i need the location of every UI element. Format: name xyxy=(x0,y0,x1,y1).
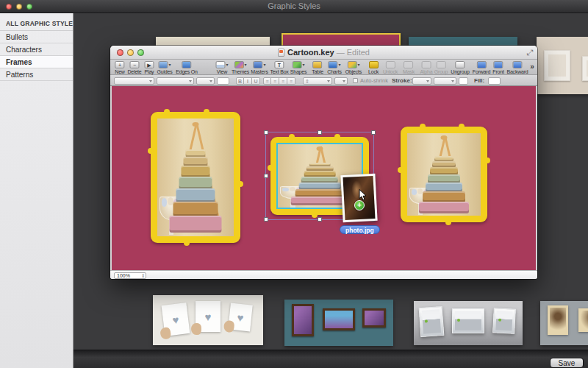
toolbar-button-edges-on[interactable]: Edges On xyxy=(176,60,198,74)
font-style-select[interactable] xyxy=(157,77,194,85)
bold-button[interactable]: B xyxy=(236,77,244,85)
toolbar-button-masters[interactable]: ▾ Masters xyxy=(251,60,268,74)
leather-framed-photo xyxy=(323,308,355,330)
toolbar-button-group[interactable]: Group xyxy=(434,60,448,74)
leather-framed-photo xyxy=(292,304,314,336)
ungroup-icon xyxy=(455,61,465,68)
view-icon xyxy=(215,61,225,68)
toolbar-button-lock[interactable]: Lock xyxy=(368,60,379,74)
ribbon-bow xyxy=(441,135,448,140)
sidebar-item-frames[interactable]: Frames xyxy=(0,56,73,68)
toolbar-button-view[interactable]: ▾ View xyxy=(215,60,228,74)
font-family-select[interactable] xyxy=(114,77,154,85)
font-size-combo[interactable] xyxy=(196,77,215,85)
paper-with-heart: ♥ xyxy=(196,301,220,332)
chevron-down-icon: ▾ xyxy=(263,62,265,67)
fill-color-well[interactable] xyxy=(488,77,501,85)
style-thumbnail-metallic[interactable] xyxy=(414,301,523,345)
document-edited-status: — Edited xyxy=(337,48,370,57)
toolbar-button-forward[interactable]: Forward xyxy=(473,60,490,74)
fullscreen-icon[interactable]: ⤢ xyxy=(526,48,533,57)
toolbar-button-new[interactable]: + New xyxy=(115,60,124,74)
unlock-icon xyxy=(385,61,395,68)
auto-shrink-checkbox[interactable] xyxy=(353,78,358,83)
group-icon xyxy=(437,61,446,68)
style-thumbnail-gallery-wall[interactable] xyxy=(537,37,588,94)
objects-icon xyxy=(347,61,356,68)
selection-handle[interactable] xyxy=(318,130,322,135)
toolbar-overflow-button[interactable]: » xyxy=(528,63,536,71)
document-title: Cartoon.key — Edited xyxy=(110,48,537,57)
stroke-color-well[interactable] xyxy=(459,77,468,85)
italic-button[interactable]: I xyxy=(244,77,252,85)
box-tower xyxy=(416,139,472,213)
text-color-well[interactable] xyxy=(217,77,229,85)
toolbar-button-objects[interactable]: ▾ Objects xyxy=(345,60,362,74)
backward-icon xyxy=(512,61,522,68)
keynote-titlebar[interactable]: Cartoon.key — Edited ⤢ xyxy=(110,46,537,60)
align-right-icon[interactable]: ≡ xyxy=(279,77,287,85)
sidebar-item-all-graphic-styles[interactable]: ALL GRAPHIC STYLES xyxy=(0,13,73,31)
play-icon: ▶ xyxy=(145,61,154,68)
toolbar-button-unlock[interactable]: Unlock xyxy=(383,60,398,74)
stroke-line-combo[interactable] xyxy=(434,77,456,85)
framed-photo-right[interactable] xyxy=(401,127,487,222)
cake-photo xyxy=(407,133,481,216)
sidebar-item-patterns[interactable]: Patterns xyxy=(0,68,73,81)
toolbar-button-themes[interactable]: ▾ Themes xyxy=(232,60,249,74)
heart-icon: ♥ xyxy=(237,311,245,324)
mouse-cursor-icon xyxy=(359,189,367,204)
toolbar-button-charts[interactable]: ▾ Charts xyxy=(327,60,341,74)
style-thumbnail-handheld[interactable]: ♥ ♥ ♥ xyxy=(153,295,263,345)
toolbar-button-shapes[interactable]: ▾ Shapes xyxy=(290,60,307,74)
toolbar-button-backward[interactable]: Backward xyxy=(506,60,528,74)
selection-handle[interactable] xyxy=(264,217,268,222)
edges-on-icon xyxy=(182,61,192,68)
toolbar-button-table[interactable]: Table xyxy=(312,60,323,74)
sidebar-item-bullets[interactable]: Bullets xyxy=(0,31,73,43)
align-center-icon[interactable]: ≡ xyxy=(271,77,279,85)
toolbar-button-play[interactable]: ▶ Play xyxy=(145,60,154,74)
frame-scallop-dot xyxy=(148,148,154,154)
toolbar-button-ungroup[interactable]: Ungroup xyxy=(451,60,469,74)
stepper-icon: ⇕ xyxy=(141,273,145,279)
zoom-level-control[interactable]: 100% ⇕ xyxy=(114,272,146,279)
stroke-style-select[interactable] xyxy=(412,77,431,85)
frame-scallop-dot xyxy=(334,134,340,140)
wrap-select[interactable] xyxy=(334,77,348,85)
metallic-framed-photo xyxy=(452,308,484,333)
frame-scallop-dot xyxy=(484,158,490,163)
toolbar-button-alpha[interactable]: Alpha xyxy=(420,60,433,74)
forward-icon xyxy=(477,61,487,68)
slide-canvas[interactable]: + photo.jpg xyxy=(112,86,536,272)
toolbar-button-delete[interactable]: − Delete xyxy=(127,60,141,74)
sidebar-item-characters[interactable]: Characters xyxy=(0,43,73,56)
toolbar-button-guides[interactable]: ▾ Guides xyxy=(157,60,173,74)
auto-shrink-label: Auto-shrink xyxy=(360,77,388,84)
drag-filename-badge: photo.jpg xyxy=(340,225,380,234)
underline-button[interactable]: U xyxy=(252,77,260,85)
frame-scallop-dot xyxy=(289,134,295,140)
frame-scallop-dot xyxy=(237,181,243,187)
overflow-chevron-icon: » xyxy=(528,63,536,71)
toolbar-button-front[interactable]: Front xyxy=(492,60,503,74)
selection-handle[interactable] xyxy=(264,130,268,135)
chevron-down-icon: ▾ xyxy=(357,62,359,67)
style-thumbnail-leather[interactable] xyxy=(284,300,393,346)
selection-handle[interactable] xyxy=(371,130,376,135)
framed-photo-left[interactable] xyxy=(151,112,240,243)
style-thumbnail-old-photo[interactable] xyxy=(540,301,588,345)
toolbar-button-text-box[interactable]: T Text Box xyxy=(270,60,288,74)
save-button[interactable]: Save xyxy=(550,358,584,368)
vertical-align-select[interactable]: ⇕ xyxy=(303,77,332,85)
app-titlebar: Graphic Styles xyxy=(0,0,588,13)
footer-bar: Save Open in Keynote xyxy=(74,350,588,368)
align-justify-icon[interactable]: ≡ xyxy=(287,77,295,85)
selection-handle[interactable] xyxy=(318,217,322,222)
frame-scallop-dot xyxy=(445,219,451,225)
align-left-icon[interactable]: ≡ xyxy=(263,77,271,85)
keynote-document-window: Cartoon.key — Edited ⤢ + New − Delete ▶ … xyxy=(110,46,537,279)
toolbar-button-mask[interactable]: Mask xyxy=(403,60,415,74)
selection-handle[interactable] xyxy=(264,174,268,178)
frame-scallop-dot xyxy=(164,109,170,115)
